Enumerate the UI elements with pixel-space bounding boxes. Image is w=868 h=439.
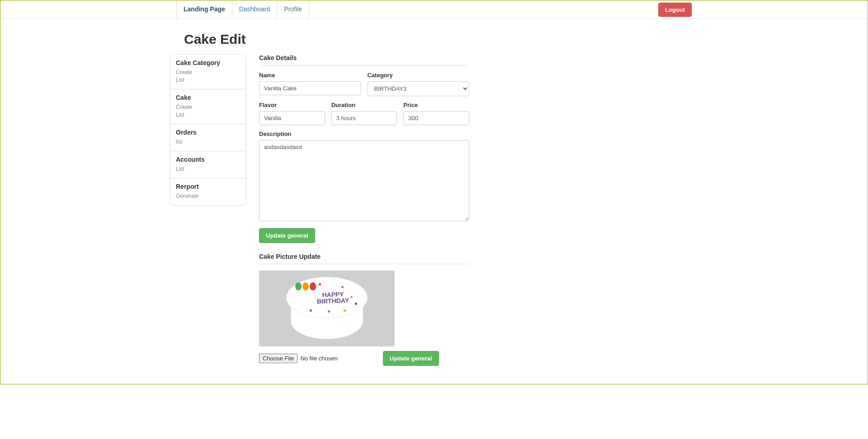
- sidebar-link-create[interactable]: Create: [176, 69, 240, 75]
- file-input[interactable]: Choose File No file chosen: [259, 354, 338, 363]
- logout-button[interactable]: Logout: [658, 3, 692, 17]
- sidebar-link-list[interactable]: List: [176, 166, 240, 172]
- name-input[interactable]: [259, 81, 361, 95]
- sidebar-link-generate[interactable]: Generate: [176, 193, 240, 199]
- category-select[interactable]: BIRTHDAY3: [368, 81, 470, 96]
- balloon-icon: [302, 282, 309, 290]
- flavor-input[interactable]: [259, 111, 325, 125]
- cake-picture-heading: Cake Picture Update: [259, 253, 469, 264]
- nav-tabs: Landing PageDashboardProfile: [176, 0, 309, 19]
- sidebar-heading: Rerport: [176, 183, 240, 190]
- sidebar-section-rerport: RerportGenerate: [170, 178, 246, 205]
- sidebar-heading: Orders: [176, 129, 240, 136]
- sidebar-link-list[interactable]: List: [176, 112, 240, 118]
- balloon-icon: [310, 282, 316, 290]
- update-general-button[interactable]: Update general: [259, 228, 315, 243]
- nav-tab-profile[interactable]: Profile: [277, 0, 309, 18]
- price-input[interactable]: [403, 111, 469, 125]
- main-content: Cake Details Name Category BIRTHDAY3 Fla…: [259, 54, 469, 366]
- cake-image: HAPPY BIRTHDAY: [259, 271, 395, 346]
- description-label: Description: [259, 131, 469, 137]
- price-label: Price: [403, 102, 469, 108]
- sidebar-heading: Cake Category: [176, 59, 240, 66]
- sidebar-link-list[interactable]: list: [176, 139, 240, 145]
- sidebar-heading: Cake: [176, 94, 240, 101]
- sidebar-section-orders: Orderslist: [170, 124, 246, 151]
- nav-tab-landing-page[interactable]: Landing Page: [177, 0, 232, 18]
- category-label: Category: [368, 72, 470, 79]
- cake-details-heading: Cake Details: [259, 54, 469, 65]
- sidebar-link-create[interactable]: Create: [176, 104, 240, 110]
- name-label: Name: [259, 72, 361, 79]
- duration-input[interactable]: [331, 111, 397, 125]
- top-navbar: Landing PageDashboardProfile Logout: [0, 0, 868, 19]
- update-picture-button[interactable]: Update general: [383, 351, 439, 366]
- description-textarea[interactable]: asdasdasdasd: [259, 140, 469, 221]
- flavor-label: Flavor: [259, 102, 325, 108]
- page-title: Cake Edit: [184, 32, 698, 47]
- nav-tab-dashboard[interactable]: Dashboard: [232, 0, 277, 18]
- file-status-text: No file chosen: [300, 355, 337, 362]
- sidebar-link-list[interactable]: List: [176, 77, 240, 83]
- sidebar-section-accounts: AccountsList: [170, 151, 246, 178]
- sidebar-section-cake: CakeCreateList: [170, 89, 246, 124]
- balloon-icon: [295, 282, 302, 290]
- sidebar-heading: Accounts: [176, 156, 240, 163]
- sidebar-section-cake-category: Cake CategoryCreateList: [170, 55, 246, 89]
- cake-text-line2: BIRTHDAY: [317, 297, 349, 304]
- duration-label: Duration: [331, 102, 397, 108]
- sidebar: Cake CategoryCreateListCakeCreateListOrd…: [170, 54, 246, 366]
- choose-file-button[interactable]: Choose File: [259, 354, 297, 363]
